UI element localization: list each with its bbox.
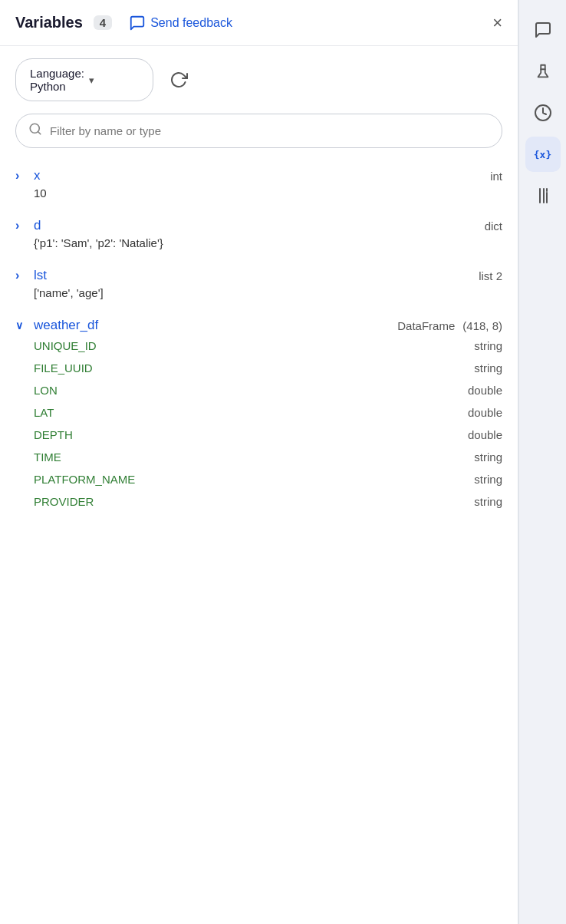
variable-type-x: int — [490, 170, 502, 183]
df-col-name-unique-id: UNIQUE_ID — [34, 339, 474, 352]
refresh-button[interactable] — [164, 65, 193, 94]
df-col-depth: DEPTH double — [34, 424, 502, 446]
df-col-name-platform-name: PLATFORM_NAME — [34, 473, 474, 486]
sidebar-variables-icon[interactable]: {x} — [525, 137, 561, 172]
variable-weather-df: ∨ weather_df DataFrame (418, 8) UNIQUE_I… — [15, 310, 502, 517]
variable-lst-header[interactable]: › lst list 2 — [15, 260, 502, 285]
df-col-name-provider: PROVIDER — [34, 495, 474, 508]
df-col-file-uuid: FILE_UUID string — [34, 357, 502, 379]
search-box — [15, 114, 502, 148]
refresh-icon — [169, 71, 188, 89]
df-col-lon: LON double — [34, 379, 502, 401]
variable-lst: › lst list 2 ['name', 'age'] — [15, 260, 502, 307]
df-col-type-lat: double — [468, 406, 502, 419]
variable-name-x: x — [34, 168, 490, 183]
variable-type-weather-df: DataFrame — [397, 319, 455, 332]
sidebar-library-icon[interactable] — [525, 178, 561, 213]
variable-name-lst: lst — [34, 268, 479, 283]
variable-value-d: {'p1': 'Sam', 'p2': 'Natalie'} — [15, 235, 502, 257]
sidebar-history-icon[interactable] — [525, 95, 561, 130]
expand-icon-lst: › — [15, 269, 26, 282]
df-col-type-file-uuid: string — [474, 361, 502, 375]
variable-shape-weather-df: (418, 8) — [462, 319, 502, 332]
controls-bar: Language: Python ▾ — [0, 46, 518, 107]
variables-panel: Variables 4 Send feedback × Language: Py… — [0, 0, 518, 924]
close-button[interactable]: × — [492, 15, 502, 31]
search-icon — [28, 122, 42, 140]
language-selector[interactable]: Language: Python ▾ — [15, 58, 153, 101]
language-label: Language: Python — [30, 67, 84, 93]
search-container — [0, 107, 518, 160]
variable-name-d: d — [34, 218, 485, 233]
variable-type-d: dict — [485, 219, 502, 233]
expand-icon-weather-df: ∨ — [15, 319, 26, 332]
df-col-provider: PROVIDER string — [34, 490, 502, 513]
variable-value-x: 10 — [15, 185, 502, 207]
dataframe-columns: UNIQUE_ID string FILE_UUID string LON do… — [15, 335, 502, 517]
df-col-lat: LAT double — [34, 401, 502, 424]
variable-d-header[interactable]: › d dict — [15, 210, 502, 235]
df-col-unique-id: UNIQUE_ID string — [34, 335, 502, 357]
df-col-name-file-uuid: FILE_UUID — [34, 361, 474, 375]
sidebar-flask-icon[interactable] — [525, 54, 561, 89]
df-col-name-lon: LON — [34, 384, 468, 397]
variable-d: › d dict {'p1': 'Sam', 'p2': 'Natalie'} — [15, 210, 502, 257]
expand-icon-d: › — [15, 219, 26, 233]
df-col-name-depth: DEPTH — [34, 428, 468, 441]
df-col-name-time: TIME — [34, 450, 474, 464]
variable-x-header[interactable]: › x int — [15, 160, 502, 185]
df-col-time: TIME string — [34, 446, 502, 468]
svg-line-1 — [38, 131, 40, 134]
chevron-down-icon: ▾ — [89, 74, 139, 86]
panel-title: Variables — [15, 14, 83, 31]
df-col-type-lon: double — [468, 384, 502, 397]
variable-name-weather-df: weather_df — [34, 318, 397, 333]
df-col-type-depth: double — [468, 428, 502, 441]
expand-icon-x: › — [15, 169, 26, 183]
search-input[interactable] — [50, 124, 489, 137]
variable-x: › x int 10 — [15, 160, 502, 207]
variable-count-badge: 4 — [94, 15, 112, 30]
send-feedback-button[interactable]: Send feedback — [129, 15, 485, 31]
variables-list: › x int 10 › d dict {'p1': 'Sam', 'p2': … — [0, 160, 518, 924]
variable-value-lst: ['name', 'age'] — [15, 285, 502, 307]
header: Variables 4 Send feedback × — [0, 0, 518, 46]
send-feedback-label: Send feedback — [150, 16, 232, 30]
df-col-type-platform-name: string — [474, 473, 502, 486]
feedback-icon — [129, 15, 146, 31]
sidebar: {x} — [518, 0, 566, 924]
df-col-type-provider: string — [474, 495, 502, 508]
df-col-name-lat: LAT — [34, 406, 468, 419]
df-col-type-time: string — [474, 450, 502, 464]
variable-type-lst: list 2 — [479, 269, 502, 282]
variables-icon-label: {x} — [534, 149, 551, 160]
sidebar-chat-icon[interactable] — [525, 12, 561, 48]
df-col-type-unique-id: string — [474, 339, 502, 352]
df-col-platform-name: PLATFORM_NAME string — [34, 468, 502, 490]
variable-weather-df-header[interactable]: ∨ weather_df DataFrame (418, 8) — [15, 310, 502, 335]
